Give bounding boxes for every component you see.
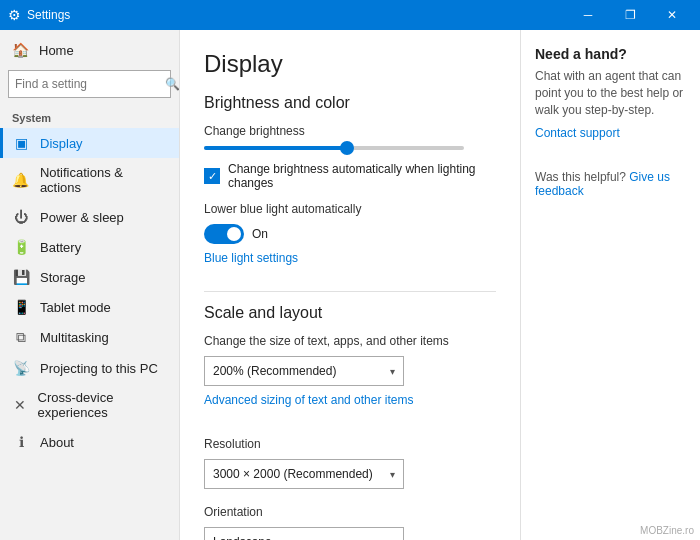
home-label: Home [39, 43, 74, 58]
brightness-slider[interactable] [204, 146, 496, 150]
chevron-down-icon: ▾ [390, 537, 395, 541]
orientation-field-group: Orientation Landscape ▾ [204, 505, 496, 540]
blue-light-settings-link[interactable]: Blue light settings [204, 251, 298, 265]
about-icon: ℹ [12, 434, 30, 450]
blue-light-label: Lower blue light automatically [204, 202, 496, 216]
helpful-row: Was this helpful? Give us feedback [535, 170, 686, 198]
main-content: Display Brightness and color Change brig… [180, 30, 520, 540]
display-icon: ▣ [12, 135, 30, 151]
scale-label: Change the size of text, apps, and other… [204, 334, 496, 348]
resolution-label: Resolution [204, 437, 496, 451]
search-input[interactable] [15, 77, 165, 91]
resolution-dropdown-value: 3000 × 2000 (Recommended) [213, 467, 373, 481]
contact-support-link[interactable]: Contact support [535, 126, 620, 140]
sidebar-item-label: Multitasking [40, 330, 109, 345]
sidebar-item-label: Battery [40, 240, 81, 255]
sidebar-item-crossdevice[interactable]: ✕ Cross-device experiences [0, 383, 179, 427]
resolution-dropdown[interactable]: 3000 × 2000 (Recommended) ▾ [204, 459, 404, 489]
notifications-icon: 🔔 [12, 172, 30, 188]
settings-icon: ⚙ [8, 7, 21, 23]
sidebar-item-label: Tablet mode [40, 300, 111, 315]
watermark: MOBZine.ro [640, 525, 694, 536]
blue-light-toggle[interactable] [204, 224, 244, 244]
projecting-icon: 📡 [12, 360, 30, 376]
sidebar-item-notifications[interactable]: 🔔 Notifications & actions [0, 158, 179, 202]
sidebar-item-storage[interactable]: 💾 Storage [0, 262, 179, 292]
right-panel: Need a hand? Chat with an agent that can… [520, 30, 700, 540]
minimize-button[interactable]: ─ [568, 0, 608, 30]
orientation-label: Orientation [204, 505, 496, 519]
advanced-sizing-link[interactable]: Advanced sizing of text and other items [204, 393, 413, 407]
sidebar-item-label: Projecting to this PC [40, 361, 158, 376]
restore-button[interactable]: ❐ [610, 0, 650, 30]
sidebar-item-multitasking[interactable]: ⧉ Multitasking [0, 322, 179, 353]
app-body: 🏠 Home 🔍 System ▣ Display 🔔 Notification… [0, 30, 700, 540]
section-divider-1 [204, 291, 496, 292]
resolution-field-group: Resolution 3000 × 2000 (Recommended) ▾ [204, 437, 496, 489]
search-icon: 🔍 [165, 77, 180, 91]
sidebar-item-label: Power & sleep [40, 210, 124, 225]
brightness-section-title: Brightness and color [204, 94, 496, 112]
sidebar-item-label: About [40, 435, 74, 450]
sidebar-item-about[interactable]: ℹ About [0, 427, 179, 457]
sidebar-item-label: Display [40, 136, 83, 151]
chevron-down-icon: ▾ [390, 469, 395, 480]
tablet-icon: 📱 [12, 299, 30, 315]
help-title: Need a hand? [535, 46, 686, 62]
checkbox-box[interactable]: ✓ [204, 168, 220, 184]
sidebar-item-power[interactable]: ⏻ Power & sleep [0, 202, 179, 232]
scale-field-group: Change the size of text, apps, and other… [204, 334, 496, 421]
storage-icon: 💾 [12, 269, 30, 285]
scale-dropdown[interactable]: 200% (Recommended) ▾ [204, 356, 404, 386]
sidebar-item-label: Cross-device experiences [38, 390, 167, 420]
orientation-dropdown[interactable]: Landscape ▾ [204, 527, 404, 540]
slider-track[interactable] [204, 146, 464, 150]
sidebar-item-display[interactable]: ▣ Display [0, 128, 179, 158]
toggle-knob [227, 227, 241, 241]
sidebar-item-projecting[interactable]: 📡 Projecting to this PC [0, 353, 179, 383]
close-button[interactable]: ✕ [652, 0, 692, 30]
home-icon: 🏠 [12, 42, 29, 58]
blue-light-toggle-label: On [252, 227, 268, 241]
brightness-label: Change brightness [204, 124, 496, 138]
check-icon: ✓ [208, 170, 217, 183]
scale-dropdown-value: 200% (Recommended) [213, 364, 336, 378]
battery-icon: 🔋 [12, 239, 30, 255]
search-box[interactable]: 🔍 [8, 70, 171, 98]
auto-brightness-checkbox[interactable]: ✓ Change brightness automatically when l… [204, 162, 496, 190]
crossdevice-icon: ✕ [12, 397, 28, 413]
slider-thumb[interactable] [340, 141, 354, 155]
power-icon: ⏻ [12, 209, 30, 225]
chevron-down-icon: ▾ [390, 366, 395, 377]
titlebar-title: Settings [27, 8, 568, 22]
titlebar: ⚙ Settings ─ ❐ ✕ [0, 0, 700, 30]
scale-section-title: Scale and layout [204, 304, 496, 322]
sidebar-item-label: Storage [40, 270, 86, 285]
sidebar-item-tablet[interactable]: 📱 Tablet mode [0, 292, 179, 322]
sidebar-section-system: System [0, 106, 179, 128]
sidebar: 🏠 Home 🔍 System ▣ Display 🔔 Notification… [0, 30, 180, 540]
titlebar-controls: ─ ❐ ✕ [568, 0, 692, 30]
page-title: Display [204, 50, 496, 78]
checkbox-label: Change brightness automatically when lig… [228, 162, 496, 190]
sidebar-item-label: Notifications & actions [40, 165, 167, 195]
blue-light-toggle-row: On [204, 224, 496, 244]
orientation-dropdown-value: Landscape [213, 535, 272, 540]
helpful-label: Was this helpful? [535, 170, 626, 184]
multitasking-icon: ⧉ [12, 329, 30, 346]
slider-fill [204, 146, 347, 150]
sidebar-item-battery[interactable]: 🔋 Battery [0, 232, 179, 262]
help-text: Chat with an agent that can point you to… [535, 68, 686, 118]
sidebar-item-home[interactable]: 🏠 Home [0, 34, 179, 66]
